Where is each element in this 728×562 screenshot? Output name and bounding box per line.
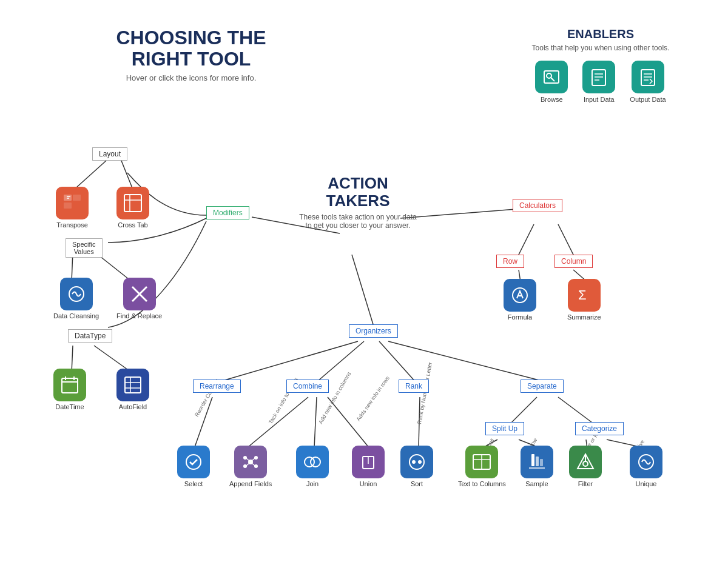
svg-rect-92 [536, 457, 539, 466]
join-tool[interactable]: Join [296, 446, 329, 487]
svg-line-78 [252, 458, 255, 461]
main-heading: CHOOSING THE RIGHT TOOL [94, 27, 288, 70]
main-subtitle: Hover or click the icons for more info. [94, 73, 288, 82]
enablers-section: ENABLERS Tools that help you when using … [516, 27, 686, 103]
svg-point-39 [547, 73, 551, 78]
find-replace-tool[interactable]: Find & Replace [116, 278, 162, 319]
categorize-label: Categorize [575, 422, 624, 435]
union-tool[interactable]: Union [352, 446, 385, 487]
datetime-icon [53, 369, 86, 401]
autofield-icon [116, 369, 149, 401]
split-up-box: Split Up [485, 422, 524, 435]
svg-line-80 [252, 463, 255, 466]
union-label: Union [360, 480, 377, 487]
calculators-label: Calculators [513, 199, 562, 212]
datetime-label: DateTime [55, 403, 84, 410]
unique-tool[interactable]: Unique [630, 446, 662, 487]
rank-label: Rank [399, 380, 429, 393]
svg-line-19 [248, 397, 308, 447]
svg-point-87 [418, 460, 422, 464]
transpose-tool[interactable]: Transpose [56, 187, 89, 229]
organizers-box: Organizers [349, 324, 398, 338]
svg-line-15 [317, 341, 364, 382]
specific-values-box: SpecificValues [66, 238, 103, 258]
categorize-box: Categorize [575, 422, 624, 435]
calculators-box: Calculators [513, 199, 562, 212]
output-data-tool[interactable]: Output Data [630, 61, 666, 103]
svg-rect-50 [73, 195, 81, 201]
enablers-icons: Browse Input Data Output Data [516, 61, 686, 103]
svg-point-76 [254, 464, 258, 468]
svg-rect-60 [62, 378, 78, 393]
text-to-columns-icon [465, 446, 498, 478]
sort-tool[interactable]: Sort [400, 446, 433, 487]
data-cleansing-label: Data Cleansing [53, 312, 99, 319]
svg-line-14 [218, 341, 358, 382]
svg-line-23 [510, 397, 537, 424]
join-icon [296, 446, 329, 478]
filter-tool[interactable]: Filter [569, 446, 602, 487]
output-data-label: Output Data [630, 96, 666, 103]
data-type-label: DataType [68, 329, 112, 343]
svg-rect-41 [592, 70, 605, 85]
text-to-columns-label: Text to Columns [458, 480, 506, 487]
formula-tool[interactable]: Formula [504, 279, 536, 321]
svg-text:Adds new info in rows: Adds new info in rows [355, 375, 391, 422]
svg-rect-45 [641, 70, 655, 85]
cross-tab-tool[interactable]: Cross Tab [116, 187, 149, 229]
svg-rect-51 [64, 202, 72, 209]
svg-point-71 [186, 455, 201, 469]
append-fields-tool[interactable]: Append Fields [229, 446, 272, 487]
svg-point-73 [243, 456, 247, 460]
svg-line-21 [328, 397, 369, 447]
input-data-tool[interactable]: Input Data [582, 61, 615, 103]
filter-icon [569, 446, 602, 478]
select-tool[interactable]: Select [177, 446, 210, 487]
action-takers-section: ACTION TAKERS These tools take action on… [297, 175, 419, 230]
row-label: Row [496, 255, 524, 268]
sample-tool[interactable]: Sample [521, 446, 553, 487]
svg-rect-49 [64, 195, 72, 201]
svg-rect-64 [125, 377, 141, 393]
svg-line-16 [379, 341, 416, 382]
svg-rect-93 [540, 459, 543, 466]
action-takers-description: These tools take action on your data to … [297, 213, 419, 230]
svg-line-8 [352, 255, 373, 324]
modifiers-box: Modifiers [206, 206, 249, 219]
text-to-columns-tool[interactable]: Text to Columns [458, 446, 506, 487]
sort-label: Sort [411, 480, 423, 487]
organizers-label: Organizers [349, 324, 398, 338]
svg-text:Rank by Number or Letter: Rank by Number or Letter [416, 362, 433, 425]
svg-rect-54 [124, 195, 141, 212]
autofield-tool[interactable]: AutoField [116, 369, 149, 410]
enablers-description: Tools that help you when using other too… [516, 44, 686, 52]
svg-line-10 [519, 224, 534, 255]
select-label: Select [184, 480, 203, 487]
output-data-icon [632, 61, 664, 93]
append-fields-icon [234, 446, 267, 478]
row-box: Row [496, 255, 524, 268]
modifiers-label: Modifiers [206, 206, 249, 219]
svg-point-96 [583, 461, 588, 466]
svg-line-17 [388, 341, 546, 382]
data-cleansing-tool[interactable]: Data Cleansing [53, 278, 99, 319]
combine-box: Combine [286, 380, 329, 393]
svg-point-82 [311, 457, 320, 467]
rearrange-label: Rearrange [193, 380, 241, 393]
input-data-label: Input Data [584, 96, 615, 103]
summarize-tool[interactable]: Σ Summarize [567, 279, 601, 321]
unique-label: Unique [636, 480, 657, 487]
formula-label: Formula [508, 313, 532, 321]
select-icon [177, 446, 210, 478]
datetime-tool[interactable]: DateTime [53, 369, 86, 410]
autofield-label: AutoField [119, 403, 147, 410]
find-replace-label: Find & Replace [116, 312, 162, 319]
svg-point-86 [412, 460, 416, 464]
action-takers-heading: ACTION TAKERS [297, 175, 419, 209]
unique-icon [630, 446, 662, 478]
browse-tool[interactable]: Browse [535, 61, 568, 103]
page: Reorder Columns Tack on info to values A… [0, 0, 728, 562]
rearrange-box: Rearrange [193, 380, 241, 393]
summarize-icon: Σ [568, 279, 601, 312]
svg-line-18 [194, 397, 212, 449]
